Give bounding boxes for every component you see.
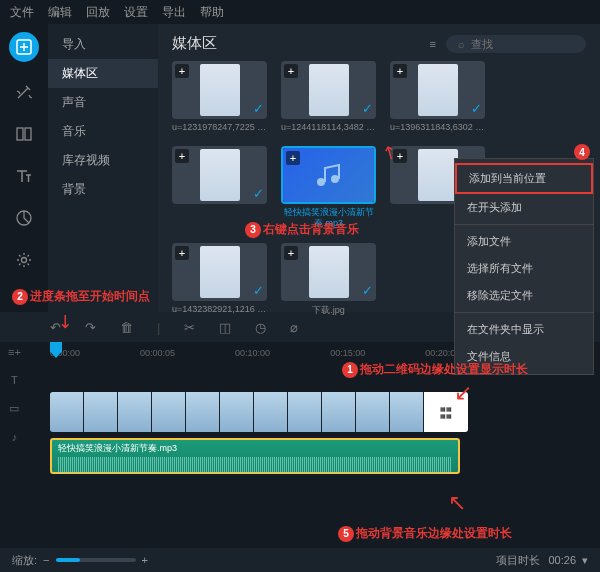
annotation-1: 1拖动二维码边缘处设置显示时长 bbox=[342, 361, 528, 378]
text-track-icon[interactable]: T bbox=[11, 374, 18, 386]
ctx-remove[interactable]: 移除选定文件 bbox=[455, 282, 593, 309]
zoom-out-icon[interactable]: − bbox=[43, 554, 49, 566]
nav-bg[interactable]: 背景 bbox=[48, 175, 158, 204]
zoom-in-icon[interactable]: + bbox=[142, 554, 148, 566]
ctx-add-current[interactable]: 添加到当前位置 bbox=[455, 163, 593, 194]
add-icon[interactable]: + bbox=[175, 246, 189, 260]
media-item-selected[interactable]: +轻快搞笑浪漫小清新节 秦.mp3 bbox=[281, 146, 376, 229]
ctx-show-folder[interactable]: 在文件夹中显示 bbox=[455, 316, 593, 343]
chevron-down-icon[interactable]: ▾ bbox=[582, 554, 588, 567]
annotation-3: 3右键点击背景音乐 bbox=[245, 221, 359, 238]
zoom-slider[interactable] bbox=[56, 558, 136, 562]
menu-export[interactable]: 导出 bbox=[162, 4, 186, 21]
svg-point-6 bbox=[331, 175, 339, 183]
arrow-icon: ↙ bbox=[454, 380, 472, 406]
add-icon[interactable]: + bbox=[284, 246, 298, 260]
media-item[interactable]: +✓u=1432382921,1216 583054&fm=15&gp=0.j bbox=[172, 243, 267, 317]
media-item[interactable]: +✓ bbox=[172, 146, 267, 229]
menu-edit[interactable]: 编辑 bbox=[48, 4, 72, 21]
annotation-4: 4 bbox=[574, 144, 590, 160]
video-track[interactable]: ▦▦▦▦ bbox=[50, 392, 600, 432]
nav-media[interactable]: 媒体区 bbox=[48, 59, 158, 88]
svg-point-5 bbox=[317, 178, 325, 186]
nav-music[interactable]: 音乐 bbox=[48, 117, 158, 146]
check-icon: ✓ bbox=[253, 101, 264, 116]
media-item[interactable]: +✓u=1396311843,6302 2553&fm=26&gp=0.jp bbox=[390, 61, 485, 132]
annotation-5: 5拖动背景音乐边缘处设置时长 bbox=[338, 525, 512, 542]
media-panel: 媒体区 ≡ ⌕ +✓u=1231978247,7225 4962&fm=15&g… bbox=[158, 24, 600, 312]
nav-stock[interactable]: 库存视频 bbox=[48, 146, 158, 175]
search-input[interactable] bbox=[471, 38, 571, 50]
gear-icon[interactable] bbox=[12, 248, 36, 272]
ctx-add-file[interactable]: 添加文件 bbox=[455, 228, 593, 255]
add-icon[interactable]: + bbox=[175, 64, 189, 78]
clock-icon[interactable]: ◷ bbox=[255, 320, 266, 335]
sort-icon[interactable]: ≡ bbox=[430, 38, 436, 50]
ctx-add-start[interactable]: 在开头添加 bbox=[455, 194, 593, 221]
audio-track[interactable]: 轻快搞笑浪漫小清新节奏.mp3 bbox=[50, 436, 600, 476]
menu-file[interactable]: 文件 bbox=[10, 4, 34, 21]
import-icon[interactable] bbox=[9, 32, 39, 62]
tool-rail bbox=[0, 24, 48, 312]
annotation-2: 2进度条拖至开始时间点 bbox=[12, 288, 150, 305]
svg-point-4 bbox=[22, 258, 27, 263]
wand-icon[interactable] bbox=[12, 80, 36, 104]
waveform bbox=[58, 457, 452, 473]
menu-settings[interactable]: 设置 bbox=[124, 4, 148, 21]
add-icon[interactable]: + bbox=[284, 64, 298, 78]
duration-value: 00:26 bbox=[548, 554, 576, 566]
check-icon: ✓ bbox=[253, 283, 264, 298]
nav-import[interactable]: 导入 bbox=[48, 30, 158, 59]
add-track-icon[interactable]: ≡+ bbox=[8, 346, 21, 358]
duration-label: 项目时长 bbox=[496, 553, 540, 568]
nav-sound[interactable]: 声音 bbox=[48, 88, 158, 117]
arrow-icon: ↖ bbox=[448, 490, 466, 516]
check-icon: ✓ bbox=[471, 101, 482, 116]
zoom-label: 缩放: bbox=[12, 553, 37, 568]
ctx-select-all[interactable]: 选择所有文件 bbox=[455, 255, 593, 282]
media-item[interactable]: +✓下载.jpg bbox=[281, 243, 376, 317]
search-icon: ⌕ bbox=[458, 38, 465, 50]
pie-icon[interactable] bbox=[12, 206, 36, 230]
video-track-icon[interactable]: ▭ bbox=[9, 402, 19, 415]
audio-track-icon[interactable]: ♪ bbox=[12, 431, 18, 443]
menu-help[interactable]: 帮助 bbox=[200, 4, 224, 21]
media-title: 媒体区 bbox=[172, 34, 217, 53]
cut-icon[interactable]: ✂ bbox=[184, 320, 195, 335]
menu-bar: 文件 编辑 回放 设置 导出 帮助 bbox=[0, 0, 600, 24]
add-icon[interactable]: + bbox=[393, 64, 407, 78]
check-icon: ✓ bbox=[362, 101, 373, 116]
media-item[interactable]: +✓u=1244118114,3482 00601&fm=15&gp=0.jp bbox=[281, 61, 376, 132]
crop-icon[interactable]: ◫ bbox=[219, 320, 231, 335]
link-icon[interactable]: ⌀ bbox=[290, 320, 298, 335]
status-bar: 缩放: − + 项目时长 00:26 ▾ bbox=[0, 548, 600, 572]
redo-icon[interactable]: ↷ bbox=[85, 320, 96, 335]
check-icon: ✓ bbox=[362, 283, 373, 298]
svg-rect-2 bbox=[25, 128, 31, 140]
delete-icon[interactable]: 🗑 bbox=[120, 320, 133, 335]
text-icon[interactable] bbox=[12, 164, 36, 188]
audio-clip[interactable]: 轻快搞笑浪漫小清新节奏.mp3 bbox=[50, 438, 460, 474]
context-menu: 添加到当前位置 在开头添加 添加文件 选择所有文件 移除选定文件 在文件夹中显示… bbox=[454, 158, 594, 375]
add-icon[interactable]: + bbox=[175, 149, 189, 163]
add-icon[interactable]: + bbox=[286, 151, 300, 165]
search-box[interactable]: ⌕ bbox=[446, 35, 586, 53]
check-icon: ✓ bbox=[253, 186, 264, 201]
side-nav: 导入 媒体区 声音 音乐 库存视频 背景 bbox=[48, 24, 158, 312]
menu-playback[interactable]: 回放 bbox=[86, 4, 110, 21]
split-icon[interactable] bbox=[12, 122, 36, 146]
svg-rect-1 bbox=[17, 128, 23, 140]
media-item[interactable]: +✓u=1231978247,7225 4962&fm=15&gp=0.jp bbox=[172, 61, 267, 132]
